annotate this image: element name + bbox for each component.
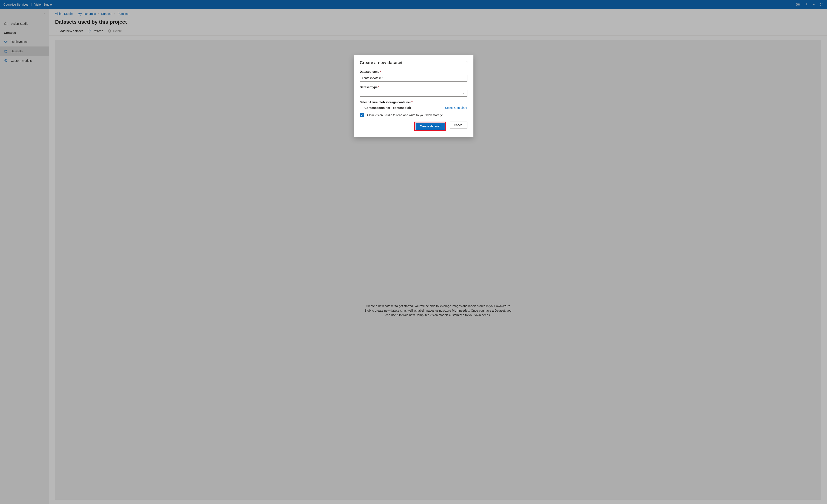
dataset-name-field: Dataset name*	[360, 70, 468, 82]
label-text: Dataset type	[360, 86, 378, 89]
dialog-title: Create a new dataset	[360, 60, 468, 65]
dialog-actions: Create dataset Cancel	[360, 121, 468, 131]
create-dataset-button[interactable]: Create dataset	[416, 123, 445, 130]
chevron-down-icon	[463, 92, 465, 95]
dataset-type-field: Dataset type*	[360, 86, 468, 97]
create-dataset-dialog: Create a new dataset Dataset name* Datas…	[354, 55, 474, 137]
dataset-name-input[interactable]	[360, 75, 468, 82]
select-container-link[interactable]: Select Container	[445, 106, 468, 109]
modal-overlay[interactable]: Create a new dataset Dataset name* Datas…	[0, 0, 827, 504]
checkmark-icon	[360, 114, 363, 117]
close-icon	[465, 60, 469, 63]
field-label: Dataset type*	[360, 86, 468, 89]
dataset-type-dropdown[interactable]	[360, 90, 468, 97]
app-root: Cognitive Services | Vision Studio Visio…	[0, 0, 827, 504]
dialog-close-button[interactable]	[465, 60, 469, 64]
label-text: Dataset name	[360, 70, 379, 73]
required-asterisk: *	[380, 70, 381, 73]
allow-access-checkbox[interactable]	[360, 113, 364, 117]
required-asterisk: *	[411, 101, 412, 104]
highlight-annotation: Create dataset	[414, 121, 446, 131]
field-label: Dataset name*	[360, 70, 468, 73]
container-row: Contosocontainer - contosoblob Select Co…	[360, 105, 468, 109]
allow-access-label: Allow Vision Studio to read and write to…	[367, 113, 443, 117]
allow-access-row: Allow Vision Studio to read and write to…	[360, 113, 468, 117]
cancel-button[interactable]: Cancel	[450, 121, 468, 129]
label-text: Select Azure blob storage container	[360, 101, 411, 104]
selected-container: Contosocontainer - contosoblob	[364, 106, 411, 109]
required-asterisk: *	[378, 86, 379, 89]
field-label: Select Azure blob storage container*	[360, 101, 468, 104]
container-field: Select Azure blob storage container* Con…	[360, 101, 468, 109]
